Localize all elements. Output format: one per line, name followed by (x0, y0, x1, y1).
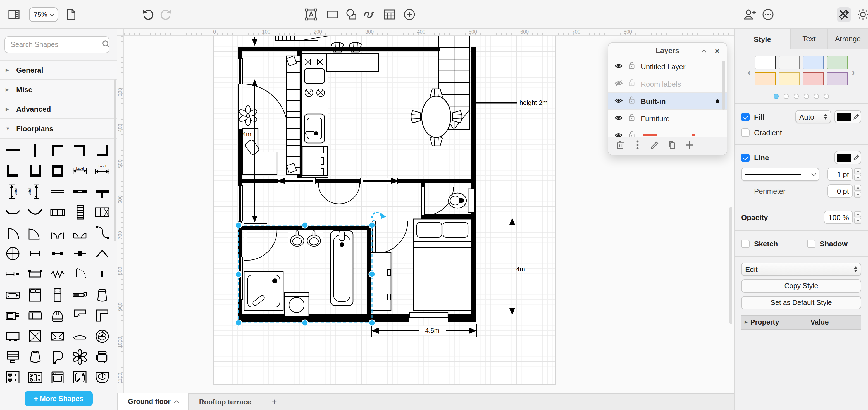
layer-row-built-in[interactable]: Built-in (608, 93, 727, 110)
shape-shower-tray[interactable] (69, 367, 91, 383)
search-input[interactable] (9, 40, 102, 49)
more-shapes-button[interactable]: + More Shapes (25, 391, 93, 406)
opacity-stepper[interactable] (854, 211, 861, 224)
shape-door-double-2[interactable] (69, 222, 91, 243)
style-preset-swatch[interactable] (779, 72, 800, 86)
shape-wall[interactable] (2, 140, 24, 160)
shape-bench[interactable] (24, 264, 46, 284)
sidebar-section-general[interactable]: ▶General (0, 60, 117, 80)
lock-icon[interactable] (628, 61, 635, 71)
collapse-button[interactable] (699, 46, 709, 56)
layer-row-partial[interactable] (608, 127, 727, 138)
layer-row-untitled-layer[interactable]: Untitled Layer (608, 58, 727, 75)
shape-dimension-top[interactable]: Label (91, 160, 114, 181)
shape-wall-corner-sw[interactable] (2, 160, 24, 181)
shape-tv-cabinet[interactable] (2, 305, 24, 326)
shape-window[interactable] (46, 181, 69, 202)
shape-wall-square[interactable] (46, 160, 69, 181)
style-preset-swatch[interactable] (754, 56, 776, 69)
set-default-style-button[interactable]: Set as Default Style (741, 296, 861, 310)
undo-button[interactable] (141, 7, 155, 22)
style-preset-swatch[interactable] (803, 56, 824, 69)
page-settings-button[interactable] (64, 7, 78, 22)
sidebar-section-advanced[interactable]: ▶Advanced (0, 99, 117, 119)
perimeter-input[interactable]: 0 pt (827, 184, 853, 198)
shape-basket[interactable] (24, 346, 46, 367)
copy-style-button[interactable]: Copy Style (741, 279, 861, 293)
shape-tape-measure[interactable] (69, 284, 91, 305)
theme-button[interactable] (856, 7, 868, 22)
pagination-dot[interactable] (814, 94, 819, 99)
pagination-dot[interactable] (804, 94, 809, 99)
shape-cooktop-double[interactable] (24, 367, 46, 383)
layers-dialog-header[interactable]: Layers × (608, 43, 727, 58)
shape-oven[interactable] (46, 367, 69, 383)
shape-wall-opening[interactable] (69, 181, 91, 202)
shape-plant[interactable] (69, 346, 91, 367)
shape-crossed-box[interactable] (24, 326, 46, 346)
property-column-header[interactable]: ▶Property (741, 316, 807, 329)
shape-laptop[interactable] (2, 346, 24, 367)
shape-sofa[interactable] (24, 305, 46, 326)
shape-grand-piano[interactable] (46, 346, 69, 367)
shape-door-quarter[interactable] (69, 264, 91, 284)
shape-counter-corner-2[interactable] (91, 305, 114, 326)
tab-ground-floor[interactable]: Ground floor (117, 393, 189, 410)
rectangle-tool-button[interactable] (325, 7, 340, 22)
add-page-button[interactable]: + (262, 394, 287, 410)
shape-stairs-landing[interactable] (91, 202, 114, 222)
shape-wash-basin[interactable] (91, 367, 114, 383)
line-style-select[interactable] (741, 167, 819, 181)
style-preset-swatch[interactable] (754, 72, 776, 86)
lock-icon[interactable] (628, 114, 635, 123)
layer-row-furniture[interactable]: Furniture (608, 110, 727, 127)
line-width-input[interactable]: 1 pt (827, 167, 853, 181)
add-layer-button[interactable] (684, 141, 694, 151)
eye-icon[interactable] (614, 96, 623, 106)
layer-row-room-labels[interactable]: Room labels (608, 75, 727, 93)
shape-home-theater[interactable] (46, 326, 69, 346)
shape-wall-stub[interactable] (91, 264, 114, 284)
shape-window-sill[interactable] (46, 243, 69, 264)
table-tool-button[interactable] (382, 7, 397, 22)
tab-style[interactable]: Style (735, 29, 790, 49)
shape-wall-corner-se[interactable] (91, 140, 114, 160)
shape-stairs[interactable] (46, 202, 69, 222)
shape-stairs-vertical[interactable] (69, 202, 91, 222)
design-tools-button[interactable] (837, 7, 851, 22)
shape-wall-corner-ne[interactable] (69, 140, 91, 160)
shape-dimension-vertical-2[interactable]: Label (24, 181, 46, 202)
sketch-checkbox[interactable] (741, 239, 750, 248)
shape-wall-u[interactable] (24, 160, 46, 181)
shape-ceiling-fan[interactable] (91, 326, 114, 346)
shape-dimension[interactable]: Label (69, 160, 91, 181)
line-color-button[interactable] (835, 151, 861, 164)
style-preset-swatch[interactable] (827, 72, 848, 86)
eye-off-icon[interactable] (614, 79, 623, 89)
perimeter-stepper[interactable] (854, 185, 861, 197)
shape-dimension-small[interactable] (2, 264, 24, 284)
text-tool-button[interactable] (304, 7, 318, 22)
style-preset-swatch[interactable] (779, 56, 800, 69)
shape-heater-zigzag[interactable] (46, 264, 69, 284)
freehand-tool-button[interactable] (362, 7, 376, 22)
shape-bed-single[interactable] (46, 284, 69, 305)
style-preset-swatch[interactable] (827, 56, 848, 69)
sidebar-scrollbar[interactable] (114, 79, 116, 241)
sidebar-section-floorplans[interactable]: ▼Floorplans (0, 119, 117, 138)
fill-checkbox[interactable] (741, 113, 750, 121)
shape-window-mid[interactable] (69, 243, 91, 264)
canvas-scrollbar[interactable] (730, 207, 732, 324)
shape-door-wide[interactable] (24, 222, 46, 243)
tab-rooftop-terrace[interactable]: Rooftop terrace (189, 394, 262, 410)
shape-coffee-table[interactable] (69, 326, 91, 346)
redo-button[interactable] (159, 7, 173, 22)
shadow-checkbox[interactable] (807, 239, 815, 248)
layer-menu-button[interactable] (632, 141, 642, 151)
shape-office-chair[interactable] (91, 346, 114, 367)
shape-gas-stove[interactable] (2, 367, 24, 383)
fill-color-button[interactable] (835, 110, 861, 123)
pagination-dot[interactable] (784, 94, 789, 99)
shape-counter-corner[interactable] (69, 305, 91, 326)
sidebar-toggle-button[interactable] (7, 7, 21, 22)
